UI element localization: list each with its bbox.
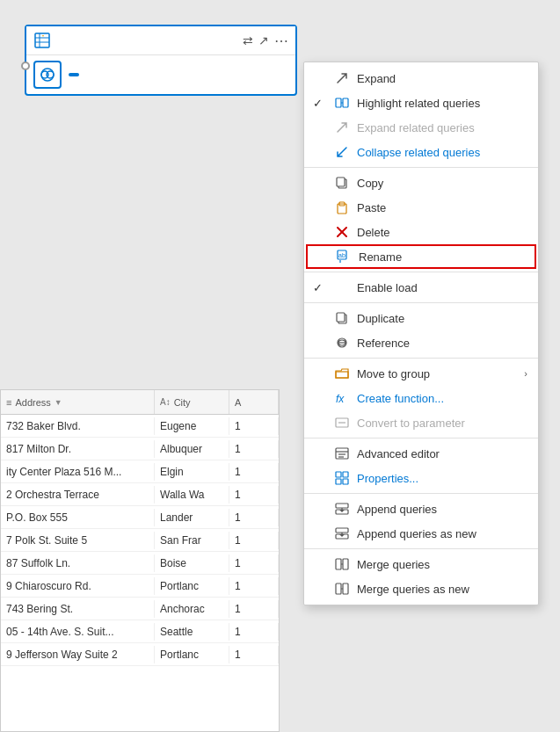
cell-address: 9 Chiaroscuro Rd. — [1, 577, 155, 595]
cell-city: Portlanc — [155, 646, 229, 663]
cell-extra: 1 — [229, 463, 279, 481]
cell-city: Elgin — [155, 463, 229, 481]
cell-extra: 1 — [229, 554, 279, 572]
svg-rect-33 — [343, 472, 348, 477]
menu-item-merge-queries[interactable]: Merge queries — [304, 552, 538, 576]
menu-label-merge-queries: Merge queries — [357, 558, 527, 571]
menu-separator — [304, 548, 538, 549]
menu-item-merge-new[interactable]: Merge queries as new — [304, 576, 538, 601]
query-card-actions: ⇄ ↗ ⋯ — [243, 33, 288, 49]
expand-icon[interactable]: ↗ — [258, 33, 269, 47]
table-row: 05 - 14th Ave. S. Suit... Seattle 1 — [1, 620, 279, 643]
menu-label-expand: Expand — [357, 72, 527, 85]
menu-label-reference: Reference — [357, 337, 527, 350]
cell-address: 732 Baker Blvd. — [1, 417, 155, 435]
menu-icon-merge-new — [334, 581, 350, 597]
cell-address: 87 Suffolk Ln. — [1, 554, 155, 572]
menu-icon-duplicate — [334, 310, 350, 326]
cell-city: Seattle — [155, 623, 229, 641]
menu-label-convert-param: Convert to parameter — [357, 417, 527, 430]
menu-label-expand-related: Expand related queries — [357, 121, 527, 134]
menu-item-copy[interactable]: Copy — [304, 170, 538, 195]
menu-item-paste[interactable]: Paste — [304, 195, 538, 220]
svg-rect-8 — [336, 98, 341, 107]
menu-item-advanced-editor[interactable]: Advanced editor — [304, 441, 538, 466]
menu-item-convert-param: Convert to parameter — [304, 410, 538, 435]
svg-rect-0 — [35, 33, 49, 47]
menu-item-reference[interactable]: Reference — [304, 330, 538, 355]
menu-separator — [304, 358, 538, 359]
menu-label-merge-new: Merge queries as new — [357, 583, 527, 596]
menu-icon-properties — [334, 470, 350, 486]
menu-item-enable-load[interactable]: ✓Enable load — [304, 275, 538, 300]
menu-separator — [304, 302, 538, 303]
menu-item-highlight-related[interactable]: ✓Highlight related queries — [304, 91, 538, 115]
table-row: 9 Jefferson Way Suite 2 Portlanc 1 — [1, 643, 279, 666]
menu-icon-enable-load — [334, 279, 350, 295]
svg-rect-34 — [336, 479, 341, 484]
menu-icon-convert-param — [334, 415, 350, 431]
menu-label-enable-load: Enable load — [357, 281, 527, 294]
address-type-icon: ≡ — [6, 397, 11, 408]
svg-rect-12 — [337, 178, 345, 186]
svg-point-5 — [41, 69, 54, 81]
menu-item-rename[interactable]: abRename — [306, 244, 536, 269]
menu-icon-append-queries — [334, 501, 350, 517]
menu-item-duplicate[interactable]: Duplicate — [304, 306, 538, 330]
address-sort-icon[interactable]: ▼ — [55, 398, 62, 407]
svg-rect-36 — [336, 504, 348, 508]
cell-address: 2 Orchestra Terrace — [1, 486, 155, 504]
table-row: 817 Milton Dr. Albuquer 1 — [1, 438, 279, 460]
cell-extra: 1 — [229, 577, 279, 595]
cell-city: Anchorac — [155, 600, 229, 618]
menu-label-append-queries: Append queries — [357, 503, 527, 516]
menu-label-advanced-editor: Advanced editor — [357, 447, 527, 460]
svg-rect-21 — [337, 313, 345, 322]
svg-point-7 — [47, 71, 54, 78]
cell-city: Lander — [155, 509, 229, 526]
more-icon[interactable]: ⋯ — [274, 33, 288, 49]
menu-label-copy: Copy — [357, 177, 527, 190]
svg-rect-48 — [343, 583, 348, 594]
menu-icon-paste — [334, 199, 350, 215]
menu-icon-collapse-related — [334, 144, 350, 160]
context-menu: Expand✓Highlight related queriesExpand r… — [303, 62, 539, 605]
cell-extra: 1 — [229, 623, 279, 641]
cell-extra: 1 — [229, 509, 279, 526]
table-body: 732 Baker Blvd. Eugene 1 817 Milton Dr. … — [1, 415, 279, 666]
menu-check-enable-load: ✓ — [313, 281, 327, 294]
svg-marker-4 — [42, 35, 44, 37]
table-row: 743 Bering St. Anchorac 1 — [1, 598, 279, 620]
menu-label-delete: Delete — [357, 226, 527, 239]
cell-address: 743 Bering St. — [1, 600, 155, 618]
menu-separator — [304, 167, 538, 168]
menu-item-append-queries[interactable]: Append queries — [304, 496, 538, 521]
share-icon[interactable]: ⇄ — [243, 33, 253, 47]
cell-extra: 1 — [229, 486, 279, 504]
query-badge — [69, 73, 79, 76]
svg-marker-43 — [339, 534, 345, 537]
menu-item-delete[interactable]: Delete — [304, 220, 538, 244]
menu-icon-rename: ab — [336, 249, 352, 265]
menu-item-expand[interactable]: Expand — [304, 66, 538, 91]
cell-extra: 1 — [229, 600, 279, 618]
menu-item-collapse-related[interactable]: Collapse related queries — [304, 140, 538, 164]
cell-extra: 1 — [229, 440, 279, 458]
menu-label-create-function: Create function... — [357, 392, 527, 405]
cell-city: Portlanc — [155, 577, 229, 595]
svg-marker-39 — [339, 510, 345, 512]
menu-arrow-move-to-group: › — [524, 368, 527, 379]
menu-icon-expand-related — [334, 120, 350, 135]
menu-icon-expand — [334, 70, 350, 86]
table-row: 732 Baker Blvd. Eugene 1 — [1, 415, 279, 438]
menu-item-properties[interactable]: Properties... — [304, 466, 538, 490]
menu-item-move-to-group[interactable]: Move to group› — [304, 361, 538, 386]
menu-check-highlight-related: ✓ — [313, 97, 327, 110]
cell-extra: 1 — [229, 646, 279, 663]
cell-city: Boise — [155, 554, 229, 572]
extra-header-label: A — [235, 397, 241, 408]
menu-item-append-new[interactable]: Append queries as new — [304, 521, 538, 546]
query-card-body — [26, 55, 295, 94]
svg-text:fx: fx — [336, 393, 345, 405]
menu-item-create-function[interactable]: fxCreate function... — [304, 386, 538, 410]
